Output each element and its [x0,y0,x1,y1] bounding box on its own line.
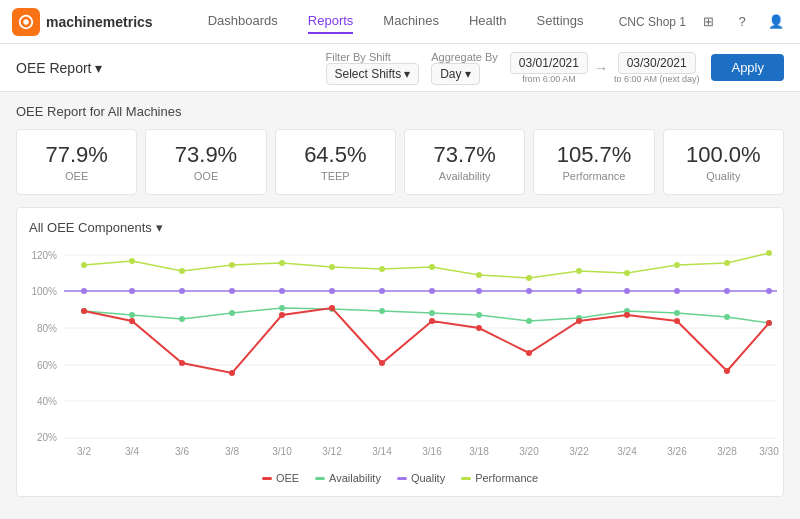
svg-point-72 [674,310,680,316]
report-dropdown-icon: ▾ [95,60,102,76]
user-icon[interactable]: 👤 [764,10,788,34]
svg-point-54 [526,288,532,294]
svg-point-40 [624,270,630,276]
performance-value: 105.7% [544,142,643,168]
svg-point-58 [724,288,730,294]
svg-text:60%: 60% [37,360,57,371]
oee-chart: 120% 100% 80% 60% 40% 20% 3/2 3/4 3/6 3/… [29,243,781,463]
date-arrow-icon: → [594,60,608,76]
legend-quality-label: Quality [411,472,445,484]
nav-item-dashboards[interactable]: Dashboards [208,9,278,34]
nav-item-machines[interactable]: Machines [383,9,439,34]
svg-text:3/6: 3/6 [175,446,189,457]
svg-point-86 [624,312,630,318]
legend-oee: OEE [262,472,299,484]
svg-text:3/22: 3/22 [569,446,589,457]
chart-title-selector[interactable]: All OEE Components ▾ [29,220,771,235]
report-selector[interactable]: OEE Report ▾ [16,60,102,76]
svg-point-66 [379,308,385,314]
svg-point-78 [229,370,235,376]
nav-item-settings[interactable]: Settings [537,9,584,34]
svg-point-41 [674,262,680,268]
legend-availability-label: Availability [329,472,381,484]
legend-oee-label: OEE [276,472,299,484]
svg-text:3/4: 3/4 [125,446,139,457]
svg-point-63 [229,310,235,316]
nav-item-health[interactable]: Health [469,9,507,34]
to-date-picker[interactable]: 03/30/2021 [618,52,696,74]
svg-point-56 [624,288,630,294]
help-icon[interactable]: ? [730,10,754,34]
svg-point-52 [429,288,435,294]
legend-performance-color [461,477,471,480]
legend-performance-label: Performance [475,472,538,484]
chart-legend: OEE Availability Quality Performance [29,472,771,484]
svg-point-43 [766,250,772,256]
shift-select-value: Select Shifts [335,67,402,81]
performance-label: Performance [544,170,643,182]
metric-ooe: 73.9% OOE [145,129,266,195]
svg-point-64 [279,305,285,311]
svg-text:3/10: 3/10 [272,446,292,457]
svg-text:3/28: 3/28 [717,446,737,457]
availability-value: 73.7% [415,142,514,168]
quality-value: 100.0% [674,142,773,168]
metric-teep: 64.5% TEEP [275,129,396,195]
nav-item-reports[interactable]: Reports [308,9,354,34]
quality-label: Quality [674,170,773,182]
svg-point-51 [379,288,385,294]
svg-point-62 [179,316,185,322]
ooe-label: OOE [156,170,255,182]
nav-items: Dashboards Reports Machines Health Setti… [173,9,619,34]
svg-point-33 [279,260,285,266]
from-date-picker[interactable]: 03/01/2021 [510,52,588,74]
apply-button[interactable]: Apply [711,54,784,81]
report-section-title: OEE Report for All Machines [16,104,784,119]
svg-point-79 [279,312,285,318]
svg-point-39 [576,268,582,274]
svg-point-88 [724,368,730,374]
svg-text:3/16: 3/16 [422,446,442,457]
logo: machinemetrics [12,8,153,36]
svg-point-68 [476,312,482,318]
svg-text:3/14: 3/14 [372,446,392,457]
ooe-value: 73.9% [156,142,255,168]
svg-text:80%: 80% [37,323,57,334]
aggregate-value: Day [440,67,461,81]
svg-point-53 [476,288,482,294]
svg-point-80 [329,305,335,311]
main-content: OEE Report for All Machines 77.9% OEE 73… [0,92,800,509]
top-navigation: machinemetrics Dashboards Reports Machin… [0,0,800,44]
svg-point-48 [229,288,235,294]
legend-quality: Quality [397,472,445,484]
svg-point-1 [23,19,28,24]
aggregate-select[interactable]: Day ▾ [431,63,479,85]
svg-point-32 [229,262,235,268]
svg-point-55 [576,288,582,294]
settings-icon[interactable]: ⊞ [696,10,720,34]
svg-point-46 [129,288,135,294]
legend-availability-color [315,477,325,480]
shift-select[interactable]: Select Shifts ▾ [326,63,420,85]
svg-point-29 [81,262,87,268]
filter-by-shift-label: Filter By Shift [326,51,391,63]
report-toolbar: OEE Report ▾ Filter By Shift Select Shif… [0,44,800,92]
svg-point-35 [379,266,385,272]
shift-chevron-icon: ▾ [404,67,410,81]
svg-point-87 [674,318,680,324]
svg-point-37 [476,272,482,278]
svg-point-76 [129,318,135,324]
svg-point-38 [526,275,532,281]
svg-point-57 [674,288,680,294]
svg-text:3/20: 3/20 [519,446,539,457]
svg-text:100%: 100% [31,286,57,297]
svg-point-67 [429,310,435,316]
svg-point-47 [179,288,185,294]
aggregate-by-group: Aggregate By Day ▾ [431,51,498,85]
svg-point-59 [766,288,772,294]
svg-text:3/2: 3/2 [77,446,91,457]
svg-text:40%: 40% [37,396,57,407]
teep-label: TEEP [286,170,385,182]
aggregate-by-label: Aggregate By [431,51,498,63]
svg-text:20%: 20% [37,432,57,443]
